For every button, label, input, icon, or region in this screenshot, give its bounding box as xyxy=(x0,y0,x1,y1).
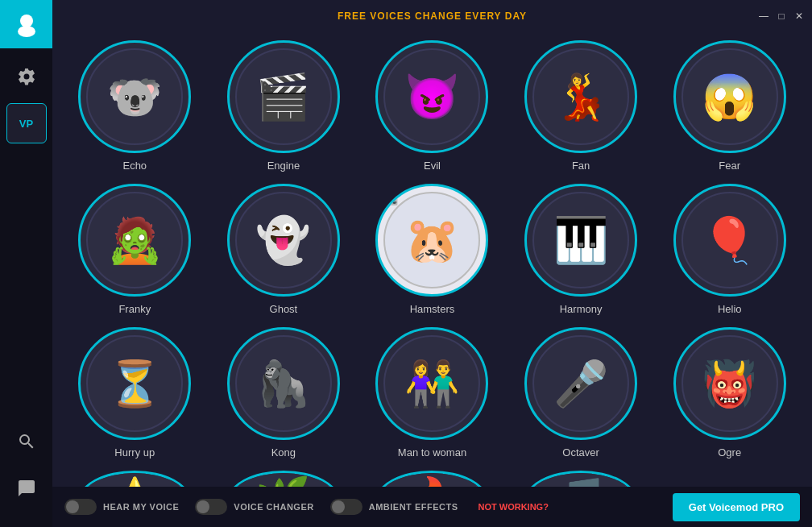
fan-label: Fan xyxy=(572,160,590,172)
voice-circle-engine[interactable]: 🎬 xyxy=(227,40,340,153)
voice-circle-harmony[interactable]: 🎹 xyxy=(524,184,637,297)
fear-icon: 😱 xyxy=(702,75,757,119)
heart-icon[interactable]: ♥ xyxy=(472,193,480,207)
svg-point-0 xyxy=(20,15,33,27)
voice-circle-inner-partial1: ⭐ xyxy=(86,471,183,487)
voice-item-partial4[interactable]: 🎵 xyxy=(511,471,652,487)
voice-circle-kong[interactable]: 🦍 xyxy=(227,327,340,440)
fear-label: Fear xyxy=(719,160,740,172)
main-content: FREE VOICES CHANGE EVERY DAY — □ ✕ 🐨 Ech… xyxy=(52,0,812,527)
window-controls: — □ ✕ xyxy=(757,10,806,23)
sidebar-logo[interactable] xyxy=(0,0,52,48)
close-button[interactable]: ✕ xyxy=(793,10,806,23)
voice-item-evil[interactable]: 😈 Evil xyxy=(362,40,503,172)
voice-item-hamsters[interactable]: 🐹 🎛️ ♥ Hamsters xyxy=(362,184,503,315)
voice-circle-man-to-woman[interactable]: 👫 xyxy=(375,327,488,440)
kong-label: Kong xyxy=(271,446,296,459)
voice-circle-partial2[interactable]: 🌿 xyxy=(227,471,340,487)
ambient-effects-toggle[interactable] xyxy=(330,499,362,515)
voice-item-ghost[interactable]: 👻 Ghost xyxy=(213,184,354,315)
voice-circle-inner-fear: 😱 xyxy=(682,48,778,145)
voice-item-ogre[interactable]: 👹 Ogre xyxy=(659,327,800,459)
voice-circle-inner-partial2: 🌿 xyxy=(235,471,332,487)
voice-item-hurry-up[interactable]: ⏳ Hurry up xyxy=(64,327,205,459)
voice-grid-container[interactable]: 🐨 Echo 🎬 Engine 😈 E xyxy=(52,32,812,487)
helio-label: Helio xyxy=(718,303,742,315)
voice-circle-octaver[interactable]: 🎤 xyxy=(524,327,637,440)
hamsters-icon: 🐹 xyxy=(404,218,460,263)
voice-item-octaver[interactable]: 🎤 Octaver xyxy=(511,327,652,459)
voice-circle-ogre[interactable]: 👹 xyxy=(673,327,786,440)
voice-circle-evil[interactable]: 😈 xyxy=(375,40,488,153)
voice-circle-echo[interactable]: 🐨 xyxy=(78,40,191,153)
voice-item-fan[interactable]: 💃 Fan xyxy=(511,40,652,172)
man-to-woman-label: Man to woman xyxy=(398,446,466,459)
voice-changer-toggle[interactable] xyxy=(195,499,227,515)
harmony-icon: 🎹 xyxy=(553,218,609,263)
franky-label: Franky xyxy=(118,303,151,315)
get-pro-button[interactable]: Get Voicemod PRO xyxy=(673,493,800,521)
voice-item-engine[interactable]: 🎬 Engine xyxy=(213,40,354,172)
voice-item-kong[interactable]: 🦍 Kong xyxy=(213,327,354,459)
maximize-button[interactable]: □ xyxy=(775,10,788,23)
evil-label: Evil xyxy=(424,160,441,172)
voice-item-helio[interactable]: 🎈 Helio xyxy=(659,184,800,315)
fan-icon: 💃 xyxy=(553,75,609,119)
ogre-icon: 👹 xyxy=(702,362,757,406)
ghost-label: Ghost xyxy=(270,303,298,315)
voice-circle-helio[interactable]: 🎈 xyxy=(673,184,786,297)
man-to-woman-icon: 👫 xyxy=(404,362,460,406)
voice-circle-inner-man-to-woman: 👫 xyxy=(383,335,480,432)
voice-circle-partial4[interactable]: 🎵 xyxy=(524,471,637,487)
voice-circle-inner-hurry-up: ⏳ xyxy=(86,335,183,432)
voice-item-partial2[interactable]: 🌿 xyxy=(213,471,354,487)
sidebar-item-chat[interactable] xyxy=(6,468,47,508)
voice-circle-fan[interactable]: 💃 xyxy=(524,40,637,153)
voice-item-harmony[interactable]: 🎹 Harmony xyxy=(511,184,652,315)
sidebar: VP xyxy=(0,0,52,527)
echo-icon: 🐨 xyxy=(107,75,163,119)
hear-my-voice-toggle[interactable] xyxy=(64,499,97,515)
sidebar-item-search[interactable] xyxy=(6,421,47,462)
helio-icon: 🎈 xyxy=(702,218,757,263)
hurry-up-icon: ⏳ xyxy=(107,362,163,406)
voice-circle-fear[interactable]: 😱 xyxy=(673,40,786,153)
voice-circle-inner-helio: 🎈 xyxy=(682,192,778,288)
engine-label: Engine xyxy=(267,160,300,172)
voice-item-echo[interactable]: 🐨 Echo xyxy=(64,40,205,172)
octaver-icon: 🎤 xyxy=(553,362,609,406)
echo-label: Echo xyxy=(122,160,147,172)
voice-item-fear[interactable]: 😱 Fear xyxy=(659,40,800,172)
hurry-up-label: Hurry up xyxy=(114,446,155,459)
ogre-label: Ogre xyxy=(718,446,741,459)
voice-circle-inner-franky: 🧟 xyxy=(86,192,183,288)
sidebar-item-settings[interactable] xyxy=(6,56,47,97)
voice-circle-inner-octaver: 🎤 xyxy=(532,335,629,432)
voice-circle-franky[interactable]: 🧟 xyxy=(78,184,191,297)
voice-circle-inner-engine: 🎬 xyxy=(235,48,332,145)
voice-circle-inner-ghost: 👻 xyxy=(235,192,332,288)
partial3-icon: 🔥 xyxy=(404,479,460,487)
harmony-label: Harmony xyxy=(560,303,603,315)
voice-circle-inner-kong: 🦍 xyxy=(235,335,332,432)
evil-icon: 😈 xyxy=(404,75,460,119)
titlebar-text: FREE VOICES CHANGE EVERY DAY xyxy=(338,10,527,22)
voice-circle-hamsters[interactable]: 🐹 🎛️ ♥ xyxy=(375,184,488,297)
kong-icon: 🦍 xyxy=(255,362,311,406)
voice-circle-partial1[interactable]: ⭐ xyxy=(78,471,191,487)
voice-circle-partial3[interactable]: 🔥 xyxy=(375,471,488,487)
sidebar-item-vp[interactable]: VP xyxy=(6,103,47,143)
hamsters-label: Hamsters xyxy=(410,303,455,315)
voice-item-man-to-woman[interactable]: 👫 Man to woman xyxy=(362,327,503,459)
voice-circle-ghost[interactable]: 👻 xyxy=(227,184,340,297)
tune-icon[interactable]: 🎛️ xyxy=(384,193,398,205)
voice-circle-hurry-up[interactable]: ⏳ xyxy=(78,327,191,440)
franky-icon: 🧟 xyxy=(107,218,163,263)
vp-label: VP xyxy=(19,118,33,130)
voice-item-partial3[interactable]: 🔥 xyxy=(362,471,503,487)
not-working-button[interactable]: NOT WORKING? xyxy=(478,502,549,512)
voice-circle-inner-partial4: 🎵 xyxy=(532,471,629,487)
minimize-button[interactable]: — xyxy=(757,10,770,23)
voice-item-partial1[interactable]: ⭐ xyxy=(64,471,205,487)
voice-item-franky[interactable]: 🧟 Franky xyxy=(64,184,205,315)
